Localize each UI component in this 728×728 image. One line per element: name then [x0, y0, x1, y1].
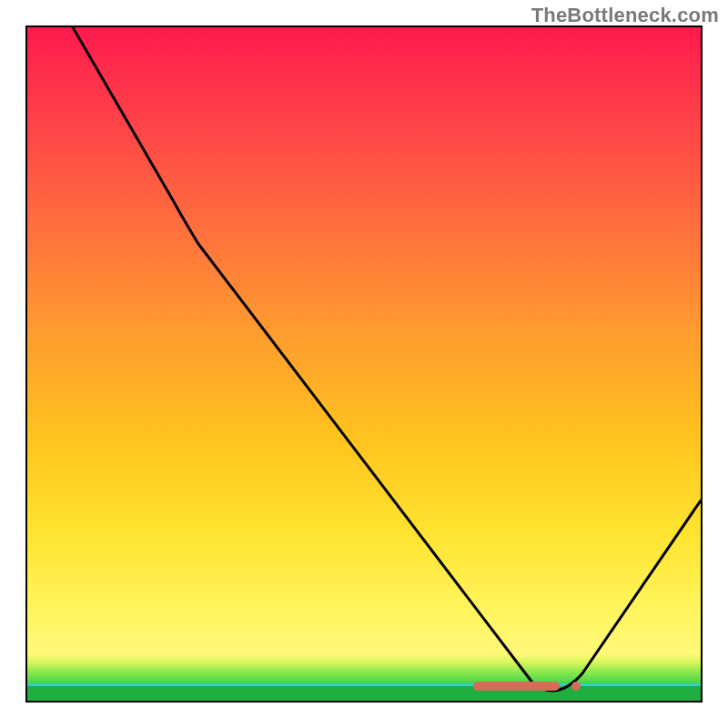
gradient-background	[27, 27, 701, 701]
svg-rect-1	[27, 653, 701, 684]
watermark-text: TheBottleneck.com	[531, 4, 719, 27]
svg-rect-3	[27, 686, 701, 701]
svg-rect-0	[27, 27, 701, 655]
plot-area	[25, 25, 703, 703]
optimal-range-marker	[473, 682, 560, 691]
svg-rect-2	[27, 683, 701, 686]
optimal-range-dot	[571, 682, 581, 691]
chart-container: TheBottleneck.com	[0, 0, 728, 728]
